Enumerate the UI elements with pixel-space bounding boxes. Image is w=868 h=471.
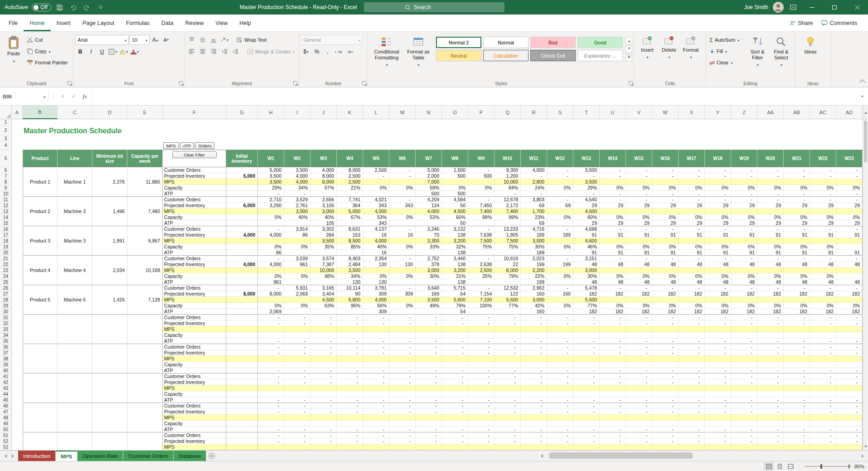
week-value-cell[interactable]: -: [600, 256, 626, 262]
initial-inventory-cell[interactable]: [226, 403, 258, 409]
underline-button[interactable]: U: [97, 47, 107, 57]
week-value-cell[interactable]: -: [363, 403, 389, 409]
week-value-cell[interactable]: 2,638: [468, 262, 495, 267]
week-value-cell[interactable]: [416, 421, 442, 427]
new-sheet-button[interactable]: [206, 451, 217, 461]
capacity-per-week-cell[interactable]: [127, 250, 163, 256]
column-header-g[interactable]: G: [226, 106, 258, 119]
week-value-cell[interactable]: -: [705, 338, 731, 344]
week-value-cell[interactable]: [310, 415, 337, 421]
week-value-cell[interactable]: -: [337, 427, 363, 432]
week-value-cell[interactable]: -: [731, 173, 757, 179]
week-value-cell[interactable]: [442, 391, 468, 397]
week-value-cell[interactable]: 48: [679, 262, 705, 267]
week-value-cell[interactable]: 5,478: [573, 285, 600, 291]
column-header-q[interactable]: Q: [495, 106, 521, 119]
menu-tab-view[interactable]: View: [209, 15, 233, 31]
line-cell[interactable]: [58, 273, 92, 279]
capacity-per-week-cell[interactable]: [127, 262, 163, 267]
week-value-cell[interactable]: [731, 385, 757, 391]
product-cell[interactable]: [23, 232, 58, 238]
min-lot-size-cell[interactable]: [92, 438, 127, 444]
line-cell[interactable]: [58, 427, 92, 432]
cell-style-neutral[interactable]: Neutral: [436, 50, 481, 61]
week-value-cell[interactable]: 1,500: [442, 167, 468, 173]
week-value-cell[interactable]: -: [652, 167, 679, 173]
sheet-tab-customer-orders[interactable]: Customer Orders: [123, 451, 174, 461]
week-value-cell[interactable]: 29: [626, 203, 652, 209]
initial-inventory-cell[interactable]: [226, 167, 258, 173]
week-value-cell[interactable]: 0%: [547, 214, 573, 220]
week-value-cell[interactable]: [468, 362, 495, 368]
week-value-cell[interactable]: -: [389, 285, 416, 291]
week-value-cell[interactable]: -: [836, 432, 863, 438]
week-value-cell[interactable]: 79%: [442, 303, 468, 309]
week-value-cell[interactable]: [784, 362, 810, 368]
initial-inventory-cell[interactable]: [226, 250, 258, 256]
column-header-t[interactable]: T: [573, 106, 600, 119]
week-value-cell[interactable]: [495, 415, 521, 421]
week-value-cell[interactable]: -: [600, 285, 626, 291]
week-value-cell[interactable]: 69: [521, 220, 547, 226]
min-lot-size-cell[interactable]: [92, 374, 127, 379]
week-value-cell[interactable]: 91: [705, 250, 731, 256]
week-value-cell[interactable]: [573, 332, 600, 338]
initial-inventory-cell[interactable]: [226, 374, 258, 379]
week-value-cell[interactable]: -: [784, 197, 810, 203]
week-value-cell[interactable]: -: [442, 344, 468, 350]
week-value-cell[interactable]: [495, 326, 521, 332]
min-lot-size-cell[interactable]: [92, 350, 127, 356]
week-value-cell[interactable]: [600, 421, 626, 427]
week-value-cell[interactable]: [652, 297, 679, 303]
week-value-cell[interactable]: -: [784, 191, 810, 197]
row-header[interactable]: 39: [0, 362, 12, 368]
styles-dialog-launcher-icon[interactable]: [629, 81, 633, 85]
product-cell[interactable]: [23, 403, 58, 409]
row-header[interactable]: 11: [0, 197, 12, 203]
week-value-cell[interactable]: -: [836, 226, 863, 232]
week-value-cell[interactable]: 5,715: [442, 285, 468, 291]
week-value-cell[interactable]: -: [679, 173, 705, 179]
week-value-cell[interactable]: -: [626, 379, 652, 385]
week-value-cell[interactable]: [705, 421, 731, 427]
week-value-cell[interactable]: 284: [310, 232, 337, 238]
week-value-cell[interactable]: -: [600, 167, 626, 173]
week-value-cell[interactable]: 0%: [810, 214, 836, 220]
week-value-cell[interactable]: 182: [600, 309, 626, 315]
column-header-h[interactable]: H: [258, 106, 284, 119]
week-value-cell[interactable]: 0%: [652, 303, 679, 309]
week-value-cell[interactable]: -: [652, 432, 679, 438]
week-value-cell[interactable]: -: [600, 427, 626, 432]
borders-button[interactable]: [108, 47, 118, 57]
week-value-cell[interactable]: 0%: [679, 244, 705, 250]
week-value-cell[interactable]: -: [626, 397, 652, 403]
week-value-cell[interactable]: -: [284, 409, 310, 415]
week-value-cell[interactable]: -: [389, 167, 416, 173]
week-value-cell[interactable]: [258, 421, 284, 427]
week-value-cell[interactable]: -: [468, 338, 495, 344]
week-value-cell[interactable]: 32%: [442, 244, 468, 250]
week-value-cell[interactable]: 40%: [363, 244, 389, 250]
week-value-cell[interactable]: 48: [600, 262, 626, 267]
week-value-cell[interactable]: 48: [626, 262, 652, 267]
font-dialog-launcher-icon[interactable]: [179, 81, 183, 85]
week-value-cell[interactable]: 309: [363, 291, 389, 297]
week-value-cell[interactable]: [416, 444, 442, 450]
menu-tab-review[interactable]: Review: [179, 15, 209, 31]
empty-cells[interactable]: [12, 220, 23, 226]
empty-cells[interactable]: [12, 244, 23, 250]
week-value-cell[interactable]: -: [836, 379, 863, 385]
week-value-cell[interactable]: 60%: [442, 214, 468, 220]
row-header[interactable]: 53: [0, 444, 12, 450]
week-value-cell[interactable]: [573, 385, 600, 391]
row-label-mps[interactable]: MPS: [163, 179, 226, 185]
week-value-cell[interactable]: [757, 297, 784, 303]
week-value-cell[interactable]: [784, 209, 810, 214]
week-value-cell[interactable]: 500: [416, 191, 442, 197]
week-value-cell[interactable]: -: [626, 285, 652, 291]
capacity-per-week-cell[interactable]: [127, 279, 163, 285]
week-value-cell[interactable]: [363, 332, 389, 338]
empty-cells[interactable]: [12, 203, 23, 209]
week-value-cell[interactable]: 3,000: [284, 209, 310, 214]
week-value-cell[interactable]: [416, 415, 442, 421]
